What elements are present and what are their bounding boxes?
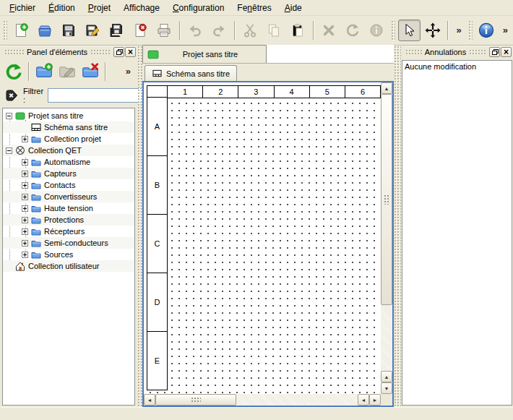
- expand-expander[interactable]: [22, 205, 28, 212]
- element-information-button[interactable]: [366, 20, 388, 41]
- print-button[interactable]: [153, 20, 176, 41]
- copy-button[interactable]: [263, 20, 285, 41]
- panel-toolbar-overflow-chevron[interactable]: »: [122, 61, 134, 82]
- expand-expander[interactable]: [22, 240, 28, 247]
- expand-expander[interactable]: [22, 136, 28, 142]
- expand-expander[interactable]: [22, 159, 28, 166]
- information-button[interactable]: [475, 20, 498, 41]
- vertical-scrollbar-thumb[interactable]: [381, 94, 392, 305]
- save-icon: [61, 22, 77, 38]
- expand-expander[interactable]: [22, 228, 28, 235]
- qet-logo-icon: [15, 145, 25, 155]
- undo-history-list[interactable]: Aucune modification: [402, 60, 512, 406]
- tree-item-automatisme[interactable]: Automatisme: [3, 156, 134, 168]
- vertical-scrollbar-track[interactable]: [381, 305, 392, 371]
- row-header: D: [147, 273, 168, 332]
- diagram-canvas[interactable]: 1 2 3 4 5 6 A B C D E: [144, 82, 381, 394]
- scroll-down-button[interactable]: [381, 382, 392, 394]
- undo-panel-titlebar[interactable]: Annulations: [401, 46, 513, 58]
- paste-button[interactable]: [287, 20, 309, 41]
- tree-item-collection-projet[interactable]: Collection projet: [3, 133, 134, 145]
- toolbar-overflow-chevron[interactable]: »: [452, 20, 465, 40]
- pan-mode-button[interactable]: [422, 20, 444, 41]
- right-dock-splitter[interactable]: [394, 46, 401, 407]
- toolbar-overflow-chevron[interactable]: »: [499, 20, 512, 40]
- tree-item-capteurs[interactable]: Capteurs: [3, 168, 134, 179]
- save-all-button[interactable]: [105, 20, 128, 41]
- tree-item-collection-utilisateur[interactable]: Collection utilisateur: [3, 260, 134, 272]
- folder-icon: [31, 249, 41, 260]
- tree-item-collection-qet[interactable]: Collection QET: [3, 145, 134, 156]
- edit-category-button[interactable]: [56, 61, 78, 82]
- save-as-button[interactable]: [82, 20, 104, 41]
- tree-item-convertisseurs[interactable]: Convertisseurs: [3, 191, 134, 202]
- open-project-button[interactable]: [34, 20, 56, 41]
- menu-projet[interactable]: Projet: [82, 1, 117, 15]
- undo-panel-title: Annulations: [425, 48, 467, 56]
- menu-affichage[interactable]: Affichage: [117, 1, 166, 15]
- tree-item-projet-sans-titre[interactable]: Projet sans titre: [3, 110, 134, 121]
- tree-item-semi-conducteurs[interactable]: Semi-conducteurs: [3, 237, 134, 249]
- close-panel-button[interactable]: [125, 47, 136, 57]
- left-dock-splitter[interactable]: [137, 46, 142, 407]
- menu-fichier[interactable]: Fichier: [3, 1, 42, 15]
- expand-expander[interactable]: [22, 217, 28, 223]
- clear-filter-button[interactable]: [4, 88, 19, 103]
- tree-item-haute-tension[interactable]: Haute tension: [3, 202, 134, 214]
- tab-bar-empty-area: [267, 45, 394, 63]
- horizontal-scrollbar-thumb[interactable]: [155, 394, 236, 406]
- tree-item-sources[interactable]: Sources: [3, 249, 134, 260]
- save-button[interactable]: [58, 20, 80, 41]
- tree-item-schema-sans-titre[interactable]: Schéma sans titre: [3, 121, 134, 133]
- float-panel-button[interactable]: [113, 47, 124, 57]
- toolbar-separator: [179, 21, 181, 40]
- menu-edition[interactable]: Édition: [42, 1, 82, 15]
- scroll-right-button[interactable]: [369, 394, 381, 406]
- elements-panel-titlebar[interactable]: Panel d'éléments: [0, 46, 137, 58]
- horizontal-scrollbar-track[interactable]: [236, 394, 358, 406]
- menu-fenetres[interactable]: Fenêtres: [230, 1, 277, 15]
- row-header: A: [147, 97, 168, 156]
- collapse-expander[interactable]: [6, 113, 12, 119]
- reload-collections-button[interactable]: [3, 61, 25, 82]
- selection-mode-button[interactable]: [398, 20, 421, 41]
- cut-button[interactable]: [239, 20, 262, 41]
- tab-schema-sans-titre[interactable]: Schéma sans titre: [145, 65, 237, 81]
- expand-expander[interactable]: [22, 182, 28, 189]
- folder-icon: [31, 203, 41, 213]
- scroll-left-button[interactable]: [358, 394, 369, 406]
- close-panel-button[interactable]: [501, 47, 512, 57]
- toolbar-separator: [105, 62, 106, 81]
- filter-row: Filtrer :: [0, 85, 137, 106]
- delete-button[interactable]: [318, 20, 340, 41]
- float-panel-button[interactable]: [489, 47, 500, 57]
- redo-button[interactable]: [208, 20, 230, 41]
- toolbar-drag-handle[interactable]: [391, 20, 395, 40]
- main-toolbar: » »: [0, 16, 513, 46]
- vertical-scrollbar[interactable]: [381, 82, 392, 394]
- tree-item-contacts[interactable]: Contacts: [3, 179, 134, 191]
- rotate-button[interactable]: [342, 20, 364, 41]
- delete-category-button[interactable]: [79, 61, 101, 82]
- scroll-up-button[interactable]: [381, 82, 392, 94]
- scroll-left-button[interactable]: [144, 394, 155, 406]
- new-category-button[interactable]: [33, 61, 55, 82]
- toolbar-drag-handle[interactable]: [3, 20, 7, 40]
- expand-expander[interactable]: [22, 171, 28, 177]
- close-document-button[interactable]: [129, 20, 152, 41]
- toolbar-drag-handle[interactable]: [468, 20, 473, 40]
- close-icon: [128, 48, 133, 56]
- tree-item-recepteurs[interactable]: Récepteurs: [3, 226, 134, 237]
- tree-item-protections[interactable]: Protections: [3, 214, 134, 226]
- new-document-button[interactable]: [10, 20, 33, 41]
- tab-projet-sans-titre[interactable]: Projet sans titre: [142, 45, 267, 63]
- expand-expander[interactable]: [22, 252, 28, 258]
- collapse-expander[interactable]: [6, 147, 12, 154]
- scroll-up-button[interactable]: [381, 371, 392, 382]
- undo-button[interactable]: [184, 20, 207, 41]
- menu-aide[interactable]: Aide: [278, 1, 309, 15]
- filter-label: Filtrer :: [23, 87, 43, 104]
- expand-expander[interactable]: [22, 194, 28, 200]
- menu-configuration[interactable]: Configuration: [166, 1, 230, 15]
- horizontal-scrollbar[interactable]: [144, 394, 381, 406]
